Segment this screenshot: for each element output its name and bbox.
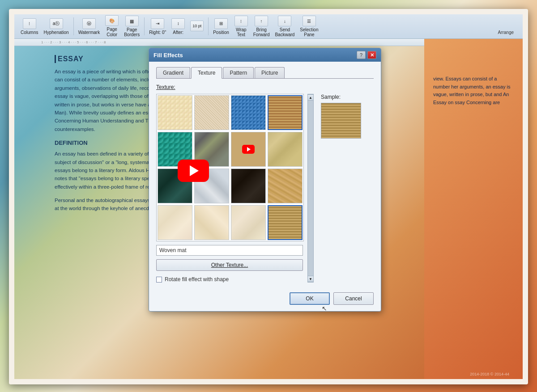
dialog-footer: OK Cancel ↖	[149, 288, 381, 311]
sample-preview	[321, 103, 361, 139]
texture-name-field[interactable]: Woven mat	[156, 245, 303, 256]
toolbar-page-borders[interactable]: ▦ Page Borders	[124, 16, 140, 37]
texture-cell-1[interactable]	[158, 95, 192, 130]
toolbar-sep-1	[73, 17, 74, 35]
pt-value-icon: 10 pt	[190, 21, 204, 31]
bring-forward-icon: ↑	[255, 16, 268, 26]
rotate-checkbox[interactable]	[156, 277, 162, 282]
sample-label: Sample:	[321, 94, 361, 100]
tab-texture[interactable]: Texture	[191, 67, 222, 79]
page-color-icon: 🎨	[105, 15, 119, 26]
cancel-button[interactable]: Cancel	[333, 292, 374, 305]
tab-gradient[interactable]: Gradient	[156, 67, 190, 78]
texture-grid-container: Woven mat Other Texture... Rotate fill e…	[156, 94, 374, 282]
hyphenation-icon: aⓗ	[50, 18, 63, 29]
texture-cell-13[interactable]	[158, 205, 192, 240]
toolbar-position[interactable]: ⊞ Position	[213, 18, 229, 35]
toolbar-sep-2	[144, 17, 145, 35]
toolbar-10pt[interactable]: 10 pt	[190, 21, 204, 32]
texture-section-label: Texture:	[156, 84, 374, 90]
toolbar-send-backward[interactable]: ↓ Send Backward	[275, 16, 294, 37]
toolbar-page-color[interactable]: 🎨 Page Color	[105, 15, 119, 38]
toolbar-selection-pane[interactable]: ☰ Selection Pane	[300, 16, 318, 37]
texture-cell-11[interactable]	[231, 169, 266, 203]
tab-picture[interactable]: Picture	[255, 67, 285, 78]
arrange-label: Arrange	[498, 30, 514, 35]
dialog-title-controls: ? ✕	[357, 51, 376, 59]
other-texture-button[interactable]: Other Texture...	[156, 259, 303, 271]
dialog-close-button[interactable]: ✕	[367, 51, 376, 59]
after-spacing-icon: ↕	[171, 18, 185, 29]
texture-cell-8[interactable]	[268, 132, 303, 167]
texture-cell-12[interactable]	[268, 169, 303, 203]
texture-cell-15[interactable]	[231, 205, 266, 240]
toolbar-wrap-text[interactable]: ⫶ Wrap Text	[234, 16, 248, 37]
toolbar-after[interactable]: ↕ After:	[171, 18, 185, 35]
texture-cell-4[interactable]	[268, 95, 303, 130]
polaroid-frame: ⫶ Columns aⓗ Hyphenation Ⓦ Watermark 🎨 P…	[9, 9, 528, 384]
position-icon: ⊞	[214, 18, 228, 29]
selection-pane-icon: ☰	[303, 16, 316, 26]
scrollbar-track	[308, 101, 313, 276]
toolbar: ⫶ Columns aⓗ Hyphenation Ⓦ Watermark 🎨 P…	[14, 14, 523, 39]
dialog-titlebar: Fill Effects ? ✕	[149, 48, 381, 62]
toolbar-sep-3	[208, 17, 209, 35]
texture-cell-3[interactable]	[231, 95, 266, 130]
toolbar-right[interactable]: ⇥ Right: 0"	[149, 18, 166, 35]
toolbar-columns[interactable]: ⫶ Columns	[21, 18, 38, 35]
texture-cell-14[interactable]	[194, 205, 229, 240]
tab-pattern[interactable]: Pattern	[223, 67, 254, 78]
rotate-checkbox-row: Rotate fill effect with shape	[156, 276, 304, 282]
right-indent-icon: ⇥	[151, 18, 164, 29]
wrap-text-icon: ⫶	[234, 16, 248, 26]
toolbar-bring-forward[interactable]: ↑ Bring Forward	[253, 16, 270, 37]
dialog-overlay: Fill Effects ? ✕ Gradient Texture Patter…	[14, 39, 523, 379]
page-borders-icon: ▦	[125, 16, 139, 26]
scrollbar-down-arrow[interactable]: ▼	[307, 276, 314, 282]
toolbar-hyphenation[interactable]: aⓗ Hyphenation	[43, 18, 68, 35]
texture-cell-16-selected[interactable]	[268, 205, 303, 240]
cursor-icon: ↖	[322, 305, 327, 312]
toolbar-watermark[interactable]: Ⓦ Watermark	[78, 18, 100, 35]
columns-icon: ⫶	[23, 18, 36, 29]
scrollbar-up-arrow[interactable]: ▲	[307, 94, 314, 101]
ok-button[interactable]: OK	[290, 292, 330, 305]
texture-cell-2[interactable]	[194, 95, 229, 130]
dialog-help-button[interactable]: ?	[357, 51, 366, 59]
grid-scrollbar[interactable]: ▲ ▼	[307, 94, 314, 282]
texture-cell-7[interactable]	[231, 132, 266, 167]
send-backward-icon: ↓	[278, 16, 291, 26]
tab-bar: Gradient Texture Pattern Picture	[156, 67, 374, 79]
dialog-title: Fill Effects	[153, 52, 183, 59]
timestamp: 2014-2018 © 2014-44	[470, 372, 509, 376]
youtube-icon[interactable]	[178, 160, 209, 182]
watermark-icon: Ⓦ	[82, 18, 96, 29]
